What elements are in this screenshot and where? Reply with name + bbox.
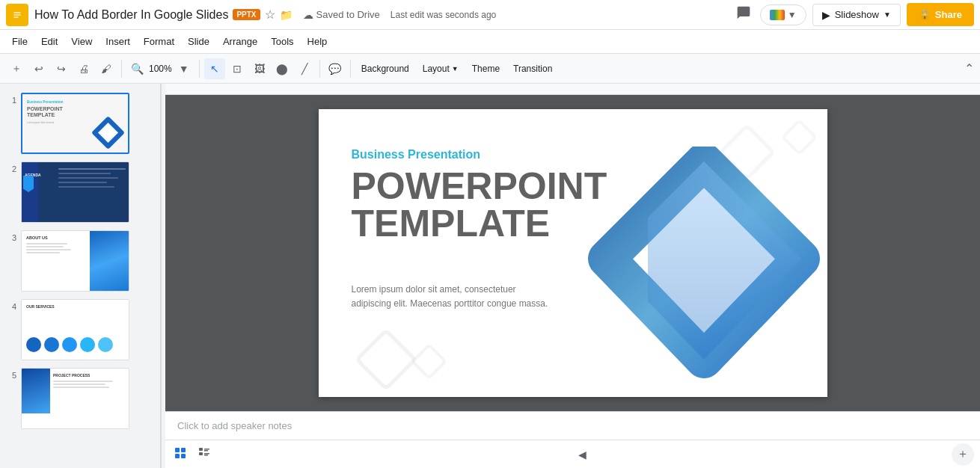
svg-rect-10 <box>204 449 209 450</box>
toolbar-divider-3 <box>319 60 320 78</box>
add-button[interactable]: ＋ <box>952 443 974 466</box>
slide-preview-4: OUR SERVICES <box>21 299 129 360</box>
title-section: How To Add Border In Google Slides PPTX … <box>34 7 733 22</box>
zoom-value: 100% <box>149 64 172 74</box>
notes-placeholder: Click to add speaker notes <box>177 420 292 431</box>
slide-main-title: POWERPOINT TEMPLATE <box>352 167 607 242</box>
slide-preview-2: AGENDA <box>21 161 129 223</box>
slide-body-text: Lorem ipsum dolor sit amet, consectetuer… <box>352 283 554 311</box>
menu-insert[interactable]: Insert <box>99 33 136 50</box>
image-button[interactable]: 🖼 <box>249 58 270 79</box>
redo-button[interactable]: ↪ <box>51 58 72 79</box>
slide-num-5: 5 <box>6 371 16 380</box>
grid-view-button[interactable] <box>171 444 189 464</box>
slide-panel: 1 Business Presentation POWERPOINTTEMPLA… <box>0 84 161 468</box>
toolbar: ＋ ↩ ↪ 🖨 🖌 🔍 100% ▼ ↖ ⊡ 🖼 ⬤ ╱ 💬 Backgroun… <box>0 54 980 84</box>
drive-folder-icon[interactable]: 📁 <box>280 9 293 21</box>
zoom-out-button[interactable]: 🔍 <box>126 58 147 79</box>
share-button[interactable]: 🔒 Share <box>907 3 974 26</box>
pptx-badge: PPTX <box>233 9 260 20</box>
svg-rect-11 <box>204 450 208 452</box>
meet-button[interactable]: ▼ <box>760 4 806 25</box>
menu-arrange[interactable]: Arrange <box>217 33 263 50</box>
collapse-toolbar-button[interactable]: ⌃ <box>964 61 974 76</box>
menu-view[interactable]: View <box>65 33 98 50</box>
layout-dropdown-icon: ▼ <box>452 65 459 73</box>
svg-rect-1 <box>14 12 21 13</box>
theme-label: Theme <box>472 64 500 74</box>
editor-area: Business Presentation POWERPOINT TEMPLAT… <box>165 84 980 468</box>
notes-area[interactable]: Click to add speaker notes <box>165 411 980 440</box>
bottom-bar: ◀ ＋ <box>165 440 980 468</box>
slide-thumb-1[interactable]: 1 Business Presentation POWERPOINTTEMPLA… <box>0 90 160 157</box>
slide-num-1: 1 <box>6 96 16 105</box>
print-button[interactable]: 🖨 <box>73 58 94 79</box>
menu-bar: File Edit View Insert Format Slide Arran… <box>0 30 980 54</box>
slide-thumb-5[interactable]: 5 PROJECT PROCESS <box>0 365 160 432</box>
title-bar: How To Add Border In Google Slides PPTX … <box>0 0 980 30</box>
toolbar-divider-4 <box>350 60 351 78</box>
svg-rect-6 <box>181 448 186 452</box>
menu-edit[interactable]: Edit <box>35 33 64 50</box>
lock-icon: 🔒 <box>919 9 931 20</box>
transition-button[interactable]: Transition <box>507 61 558 77</box>
main-area: 1 Business Presentation POWERPOINTTEMPLA… <box>0 84 980 468</box>
slide-preview-5: PROJECT PROCESS <box>21 368 129 429</box>
watermark-diamond-1 <box>354 328 417 392</box>
slide-business-text: Business Presentation <box>352 148 481 161</box>
svg-rect-2 <box>14 14 21 16</box>
line-button[interactable]: ╱ <box>294 58 315 79</box>
slideshow-button[interactable]: ▶ Slideshow ▼ <box>812 4 901 26</box>
header-right: ▼ ▶ Slideshow ▼ 🔒 Share <box>733 2 974 27</box>
paint-format-button[interactable]: 🖌 <box>96 58 117 79</box>
slideshow-dropdown-icon: ▼ <box>883 10 891 19</box>
slideshow-icon: ▶ <box>822 9 830 21</box>
svg-rect-14 <box>204 455 208 456</box>
layout-button[interactable]: Layout ▼ <box>417 61 465 77</box>
toolbar-divider-1 <box>121 60 122 78</box>
svg-rect-8 <box>181 454 186 458</box>
saved-drive: ☁ Saved to Drive <box>303 9 380 21</box>
svg-rect-7 <box>175 454 180 458</box>
menu-format[interactable]: Format <box>138 33 180 50</box>
comment-button[interactable] <box>733 2 754 27</box>
slide-canvas[interactable]: Business Presentation POWERPOINT TEMPLAT… <box>319 109 827 397</box>
slide-thumb-3[interactable]: 3 ABOUT US <box>0 227 160 295</box>
doc-title: How To Add Border In Google Slides <box>34 8 228 22</box>
hide-panel-button[interactable]: ◀ <box>575 446 589 464</box>
zoom-control: 🔍 100% ▼ <box>126 58 195 79</box>
watermark-diamond-2 <box>410 343 447 380</box>
menu-file[interactable]: File <box>6 33 34 50</box>
slide-num-4: 4 <box>6 302 16 311</box>
cursor-tool[interactable]: ↖ <box>204 58 225 79</box>
star-icon[interactable]: ☆ <box>265 7 275 22</box>
shapes-button[interactable]: ⬤ <box>272 58 293 79</box>
slide-preview-3: ABOUT US <box>21 230 129 292</box>
layout-label: Layout <box>423 64 450 74</box>
editor-content[interactable]: Business Presentation POWERPOINT TEMPLAT… <box>165 95 980 411</box>
slide-thumb-4[interactable]: 4 OUR SERVICES <box>0 296 160 363</box>
background-button[interactable]: Background <box>355 61 415 77</box>
background-label: Background <box>361 64 409 74</box>
svg-rect-3 <box>14 16 19 18</box>
comments-button[interactable]: 💬 <box>325 58 346 79</box>
svg-rect-9 <box>199 448 203 451</box>
slide-logo <box>588 147 820 386</box>
slide-num-3: 3 <box>6 233 16 242</box>
list-view-button[interactable] <box>195 444 213 464</box>
horizontal-ruler <box>165 84 980 95</box>
meet-icon <box>770 10 785 20</box>
svg-rect-5 <box>175 448 180 452</box>
zoom-in-button[interactable]: ▼ <box>174 58 195 79</box>
undo-button[interactable]: ↩ <box>28 58 49 79</box>
text-box-button[interactable]: ⊡ <box>227 58 248 79</box>
share-label: Share <box>935 9 962 20</box>
theme-button[interactable]: Theme <box>466 61 506 77</box>
menu-tools[interactable]: Tools <box>265 33 299 50</box>
add-slide-button[interactable]: ＋ <box>6 58 27 79</box>
menu-slide[interactable]: Slide <box>182 33 215 50</box>
slide-num-2: 2 <box>6 164 16 173</box>
slide-thumb-2[interactable]: 2 AGENDA <box>0 158 160 226</box>
saved-status-text: Saved to Drive <box>316 9 380 20</box>
menu-help[interactable]: Help <box>301 33 334 50</box>
